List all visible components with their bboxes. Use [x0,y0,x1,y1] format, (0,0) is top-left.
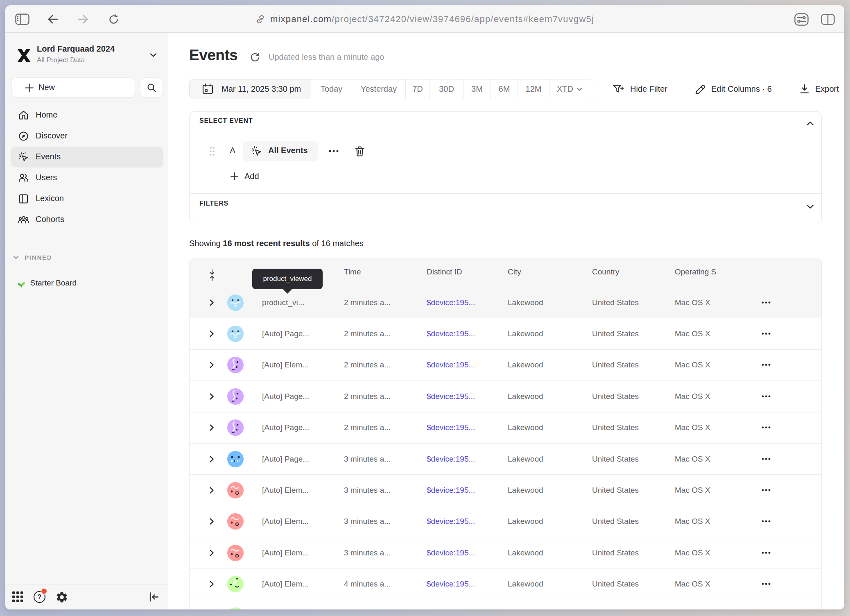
event-options-icon[interactable] [325,141,343,161]
all-events-selector[interactable]: All Events [243,141,318,161]
distinct-id-link[interactable]: $device:195... [427,455,504,464]
drag-handle-icon[interactable] [209,146,215,156]
expand-row-icon[interactable] [209,487,215,494]
preset-xtd[interactable]: XTD [549,79,590,99]
date-range-value: Mar 11, 2025 3:30 pm [222,84,301,94]
search-button[interactable] [140,77,163,97]
cohorts-icon [18,214,29,225]
sidebar-item-discover[interactable]: Discover [11,126,163,147]
cursor-click-icon [18,152,29,163]
help-icon[interactable]: ? [33,591,46,603]
sort-icon[interactable] [208,269,216,281]
table-row[interactable]: [Auto] Page... 2 minutes a... $device:19… [190,412,821,444]
distinct-id-link[interactable]: $device:195... [427,360,504,369]
os-cell: Mac OS X [675,423,757,432]
event-tooltip: product_viewed [252,269,323,289]
column-header-os[interactable]: Operating S [675,267,716,276]
column-header-time[interactable]: Time [344,267,361,276]
sidebar-item-label: Discover [36,131,68,140]
row-actions-icon[interactable]: ••• [757,517,776,525]
table-row[interactable]: [Auto] Elem... 3 minutes a... $device:19… [190,475,821,506]
preset-yesterday[interactable]: Yesterday [352,79,405,99]
expand-row-icon[interactable] [209,549,215,557]
distinct-id-link[interactable]: $device:195... [427,329,504,338]
expand-row-icon[interactable] [209,580,215,588]
expand-row-icon[interactable] [209,299,215,306]
expand-row-icon[interactable] [209,330,215,337]
collapse-section-icon[interactable] [806,120,814,127]
event-avatar [227,576,244,592]
distinct-id-link[interactable]: $device:195... [427,486,504,495]
row-actions-icon[interactable]: ••• [757,392,776,401]
sidebar-item-home[interactable]: Home [11,105,163,126]
row-actions-icon[interactable]: ••• [757,299,776,307]
table-row[interactable]: ••• [190,600,821,609]
pinned-section-header[interactable]: PINNED [13,254,52,261]
table-row[interactable]: [Auto] Elem... 3 minutes a... $device:19… [190,537,821,568]
table-row[interactable]: [Auto] Page... 2 minutes a... $device:19… [190,381,821,412]
page-settings-icon[interactable] [794,13,809,26]
expand-row-icon[interactable] [209,393,215,400]
row-actions-icon[interactable]: ••• [757,549,776,557]
sidebar-item-cohorts[interactable]: Cohorts [11,209,163,230]
hide-filter-button[interactable]: Hide Filter [613,79,667,99]
distinct-id-link[interactable]: $device:195... [427,423,504,432]
add-event-button[interactable]: Add [230,172,259,181]
row-actions-icon[interactable]: ••• [757,455,776,463]
project-name[interactable]: Lord Farquaad 2024 [37,44,115,54]
os-cell: Mac OS X [675,298,757,307]
row-actions-icon[interactable]: ••• [757,424,776,432]
table-row[interactable]: [Auto] Elem... 4 minutes a... $device:19… [190,569,821,600]
distinct-id-link[interactable]: $device:195... [427,548,504,557]
sidebar-item-lexicon[interactable]: Lexicon [11,188,163,209]
sidebar-item-label: Cohorts [36,215,64,224]
sidebar-item-starter-board[interactable]: Starter Board [16,278,77,288]
preset-today[interactable]: Today [311,79,352,99]
event-row-letter: A [228,146,237,155]
preset-30d[interactable]: 30D [430,79,463,99]
new-button[interactable]: New [11,77,135,97]
project-chevron-down-icon[interactable] [150,52,157,58]
table-row[interactable]: [Auto] Elem... 2 minutes a... $device:19… [190,350,821,381]
preset-6m[interactable]: 6M [491,79,518,99]
preset-12m[interactable]: 12M [518,79,549,99]
preset-3m[interactable]: 3M [463,79,491,99]
column-header-distinct-id[interactable]: Distinct ID [427,267,462,276]
city-cell: Lakewood [508,517,586,526]
preset-7d[interactable]: 7D [405,79,430,99]
distinct-id-link[interactable]: $device:195... [427,392,504,401]
row-actions-icon[interactable]: ••• [757,580,776,588]
settings-gear-icon[interactable] [55,591,68,604]
expand-row-icon[interactable] [209,455,215,463]
country-cell: United States [592,392,672,401]
url-bar[interactable]: mixpanel.com/project/3472420/view/397469… [5,5,844,33]
table-row[interactable]: [Auto] Page... 3 minutes a... $device:19… [190,444,821,475]
sidebar-item-events[interactable]: Events [11,147,163,168]
split-view-icon[interactable] [821,14,835,25]
table-row[interactable]: [Auto] Elem... 3 minutes a... $device:19… [190,506,821,537]
row-actions-icon[interactable]: ••• [757,486,776,494]
refresh-icon[interactable] [249,52,260,63]
delete-event-icon[interactable] [354,146,365,157]
lexicon-icon [18,193,29,204]
row-actions-icon[interactable]: ••• [757,361,776,369]
apps-grid-icon[interactable] [11,591,24,603]
sidebar-item-users[interactable]: Users [11,168,163,188]
distinct-id-link[interactable]: $device:195... [427,580,504,589]
collapse-sidebar-icon[interactable] [149,591,160,602]
table-row[interactable]: [Auto] Page... 2 minutes a... $device:19… [190,318,821,349]
expand-row-icon[interactable] [209,424,215,431]
edit-columns-button[interactable]: Edit Columns · 6 [694,79,772,99]
expand-row-icon[interactable] [209,361,215,369]
distinct-id-link[interactable]: $device:195... [427,298,504,307]
expand-filters-icon[interactable] [806,204,814,210]
distinct-id-link[interactable]: $device:195... [427,517,504,526]
row-actions-icon[interactable]: ••• [757,330,776,338]
expand-row-icon[interactable] [209,518,215,525]
city-cell: Lakewood [508,423,586,432]
export-button[interactable]: Export [799,79,839,99]
events-table: Time Distinct ID City Country Operating … [189,258,822,609]
column-header-country[interactable]: Country [592,267,619,276]
column-header-city[interactable]: City [508,267,521,276]
date-range-current[interactable]: Mar 11, 2025 3:30 pm [190,79,311,99]
